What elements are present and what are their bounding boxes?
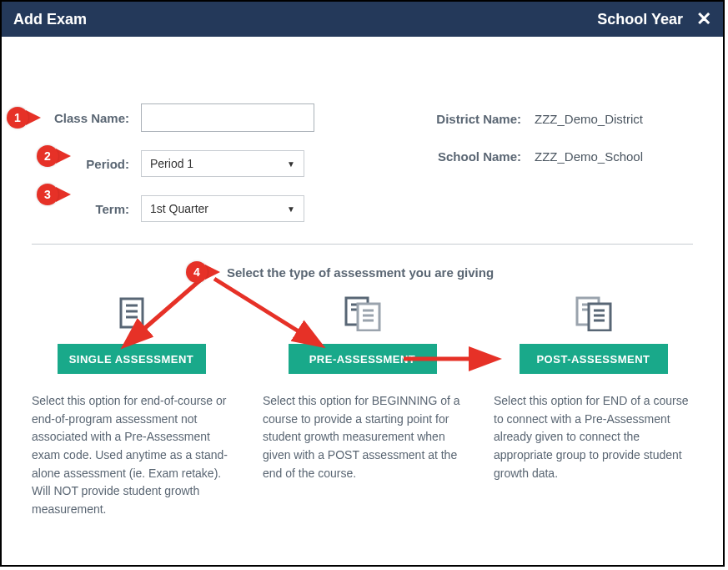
svg-rect-7 — [358, 304, 379, 330]
assessment-cards: SINGLE ASSESSMENT Select this option for… — [27, 294, 698, 519]
post-assessment-card: POST-ASSESSMENT Select this option for E… — [489, 294, 698, 519]
period-select[interactable]: Period 1 ▼ — [141, 150, 304, 177]
single-assessment-card: SINGLE ASSESSMENT Select this option for… — [27, 294, 236, 519]
left-form: Class Name: Period: Period 1 ▼ Term: 1st… — [42, 103, 314, 240]
right-info: District Name: ZZZ_Demo_District School … — [414, 112, 643, 187]
documents-icon — [344, 294, 382, 334]
post-assessment-desc: Select this option for END of a course t… — [489, 392, 698, 482]
class-name-input[interactable] — [141, 103, 314, 132]
school-year-label[interactable]: School Year — [597, 11, 683, 28]
district-name-label: District Name: — [414, 112, 521, 126]
titlebar: Add Exam School Year ✕ — [2, 2, 723, 37]
callout-3: 3 — [37, 184, 71, 205]
divider — [32, 244, 693, 245]
close-icon[interactable]: ✕ — [696, 8, 711, 30]
callout-4: 4 — [186, 261, 220, 283]
titlebar-title: Add Exam — [13, 11, 87, 28]
post-assessment-button[interactable]: POST-ASSESSMENT — [520, 344, 668, 374]
period-value: Period 1 — [150, 157, 193, 170]
district-name-value: ZZZ_Demo_District — [521, 112, 643, 126]
school-name-label: School Name: — [414, 149, 521, 164]
svg-rect-14 — [589, 304, 610, 330]
callout-2: 2 — [37, 145, 71, 167]
term-select[interactable]: 1st Quarter ▼ — [141, 195, 304, 222]
single-assessment-desc: Select this option for end-of-course or … — [27, 392, 236, 519]
single-assessment-button[interactable]: SINGLE ASSESSMENT — [58, 344, 206, 374]
callout-1: 1 — [7, 107, 41, 129]
pre-assessment-card: PRE-ASSESSMENT Select this option for BE… — [258, 294, 467, 519]
document-icon — [118, 294, 146, 334]
term-value: 1st Quarter — [150, 202, 208, 215]
documents-icon — [575, 294, 613, 334]
assessment-subheading: Select the type of assessment you are gi… — [227, 265, 494, 280]
modal-body: Class Name: Period: Period 1 ▼ Term: 1st… — [2, 37, 723, 565]
svg-rect-0 — [121, 299, 143, 327]
class-name-label: Class Name: — [42, 111, 129, 125]
chevron-down-icon: ▼ — [287, 159, 295, 169]
add-exam-modal: Add Exam School Year ✕ Class Name: Perio… — [0, 0, 725, 567]
pre-assessment-button[interactable]: PRE-ASSESSMENT — [289, 344, 437, 374]
school-name-value: ZZZ_Demo_School — [521, 149, 643, 164]
pre-assessment-desc: Select this option for BEGINNING of a co… — [258, 392, 467, 482]
chevron-down-icon: ▼ — [287, 204, 295, 214]
